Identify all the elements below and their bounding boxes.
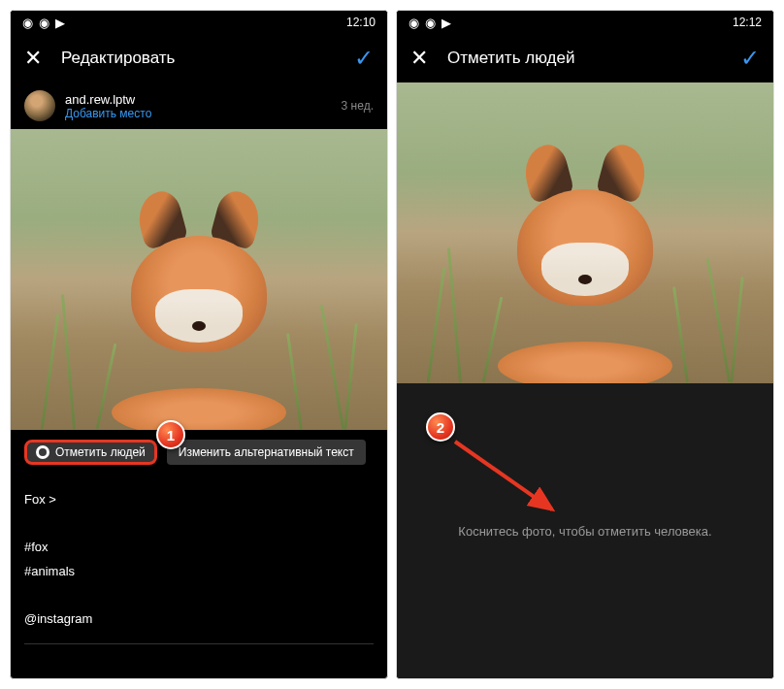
- status-icons-left: ◉ ◉ ▶: [22, 16, 65, 30]
- tag-people-button[interactable]: Отметить людей: [24, 440, 157, 465]
- avatar[interactable]: [24, 90, 55, 121]
- caption-mention: @instagram: [24, 607, 374, 630]
- status-time: 12:10: [346, 16, 376, 29]
- person-icon: [36, 445, 49, 459]
- divider: [24, 643, 374, 644]
- step-marker-2: 2: [426, 412, 455, 442]
- header: ✕ Отметить людей ✓: [397, 34, 773, 82]
- viber-icon-2: ◉: [39, 16, 49, 30]
- viber-icon: ◉: [22, 16, 33, 30]
- header-title: Редактировать: [61, 49, 354, 68]
- photo-actions-row: Отметить людей 1 Изменить альтернативный…: [11, 430, 387, 475]
- header: ✕ Редактировать ✓: [11, 34, 387, 82]
- add-place-link[interactable]: Добавить место: [65, 107, 342, 120]
- close-icon[interactable]: ✕: [24, 46, 42, 71]
- step-marker-1: 1: [156, 420, 185, 449]
- status-bar: ◉ ◉ ▶ 12:10: [11, 11, 387, 34]
- alt-text-label: Изменить альтернативный текст: [179, 445, 354, 459]
- alt-text-button[interactable]: Изменить альтернативный текст: [167, 440, 366, 465]
- caption-area[interactable]: Fox > #fox #animals @instagram: [11, 475, 387, 658]
- play-icon: ▶: [55, 16, 65, 30]
- tag-area[interactable]: 2 Коснитесь фото, чтобы отметить человек…: [397, 383, 773, 678]
- viber-icon: ◉: [408, 16, 419, 30]
- close-icon[interactable]: ✕: [410, 46, 428, 71]
- phone-right: ◉ ◉ ▶ 12:12 ✕ Отметить людей ✓: [396, 10, 774, 679]
- header-title: Отметить людей: [447, 49, 740, 68]
- caption-text: Fox >: [24, 488, 374, 510]
- svg-line-1: [455, 442, 552, 509]
- caption-hashtag: #animals: [24, 560, 374, 582]
- arrow-icon: [450, 437, 567, 524]
- confirm-icon[interactable]: ✓: [740, 45, 760, 72]
- phone-left: ◉ ◉ ▶ 12:10 ✕ Редактировать ✓ and.rew.lp…: [10, 10, 388, 679]
- post-photo[interactable]: [397, 82, 773, 383]
- username: and.rew.lptw: [65, 92, 342, 107]
- post-photo[interactable]: [11, 129, 387, 430]
- viber-icon-2: ◉: [425, 16, 436, 30]
- confirm-icon[interactable]: ✓: [354, 45, 374, 72]
- status-icons-left: ◉ ◉ ▶: [408, 16, 451, 30]
- tap-hint-text: Коснитесь фото, чтобы отметить человека.: [458, 524, 711, 539]
- play-icon: ▶: [441, 16, 451, 30]
- time-ago: 3 нед.: [342, 99, 374, 113]
- user-row: and.rew.lptw Добавить место 3 нед.: [11, 82, 387, 129]
- status-bar: ◉ ◉ ▶ 12:12: [397, 11, 773, 34]
- user-info: and.rew.lptw Добавить место: [65, 92, 342, 120]
- status-time: 12:12: [733, 16, 762, 29]
- caption-hashtag: #fox: [24, 536, 374, 558]
- tag-people-label: Отметить людей: [55, 445, 146, 459]
